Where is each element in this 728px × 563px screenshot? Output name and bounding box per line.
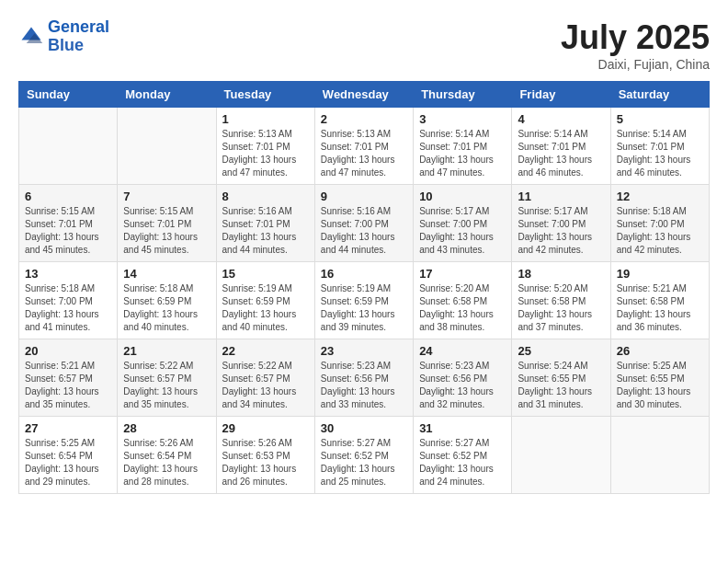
calendar-day-cell: 5Sunrise: 5:14 AMSunset: 7:01 PMDaylight… — [610, 108, 709, 185]
day-number: 31 — [419, 421, 506, 435]
calendar-week-row: 6Sunrise: 5:15 AMSunset: 7:01 PMDaylight… — [19, 185, 710, 262]
day-info: Sunrise: 5:14 AMSunset: 7:01 PMDaylight:… — [419, 128, 506, 179]
calendar-day-cell: 9Sunrise: 5:16 AMSunset: 7:00 PMDaylight… — [314, 185, 413, 262]
day-info: Sunrise: 5:15 AMSunset: 7:01 PMDaylight:… — [25, 205, 111, 257]
day-number: 8 — [222, 190, 309, 203]
day-number: 2 — [321, 112, 407, 126]
day-number: 4 — [518, 112, 604, 126]
day-number: 25 — [518, 344, 604, 358]
calendar-day-cell: 22Sunrise: 5:22 AMSunset: 6:57 PMDayligh… — [216, 339, 314, 417]
day-info: Sunrise: 5:26 AMSunset: 6:53 PMDaylight:… — [222, 437, 309, 488]
day-info: Sunrise: 5:26 AMSunset: 6:54 PMDaylight:… — [123, 437, 210, 488]
day-number: 26 — [617, 344, 703, 358]
calendar-table: SundayMondayTuesdayWednesdayThursdayFrid… — [18, 81, 710, 494]
calendar-day-cell: 21Sunrise: 5:22 AMSunset: 6:57 PMDayligh… — [118, 339, 216, 417]
day-info: Sunrise: 5:21 AMSunset: 6:57 PMDaylight:… — [25, 360, 111, 411]
logo-text: General Blue — [48, 18, 109, 55]
day-info: Sunrise: 5:19 AMSunset: 6:59 PMDaylight:… — [222, 282, 309, 334]
day-info: Sunrise: 5:14 AMSunset: 7:01 PMDaylight:… — [518, 128, 604, 179]
calendar-day-cell — [512, 417, 610, 494]
calendar-week-row: 27Sunrise: 5:25 AMSunset: 6:54 PMDayligh… — [19, 417, 710, 494]
calendar-day-cell — [19, 108, 118, 185]
calendar-day-cell — [610, 417, 709, 494]
calendar-day-cell: 25Sunrise: 5:24 AMSunset: 6:55 PMDayligh… — [512, 339, 610, 417]
day-info: Sunrise: 5:22 AMSunset: 6:57 PMDaylight:… — [222, 360, 309, 411]
calendar-day-cell: 6Sunrise: 5:15 AMSunset: 7:01 PMDaylight… — [19, 185, 118, 262]
calendar-day-cell: 2Sunrise: 5:13 AMSunset: 7:01 PMDaylight… — [314, 108, 413, 185]
day-number: 1 — [222, 112, 309, 126]
calendar-week-row: 13Sunrise: 5:18 AMSunset: 7:00 PMDayligh… — [19, 262, 710, 339]
weekday-header: Sunday — [19, 82, 118, 108]
calendar-day-cell: 14Sunrise: 5:18 AMSunset: 6:59 PMDayligh… — [118, 262, 216, 339]
calendar-day-cell: 13Sunrise: 5:18 AMSunset: 7:00 PMDayligh… — [19, 262, 118, 339]
day-number: 11 — [518, 190, 604, 203]
calendar-day-cell: 17Sunrise: 5:20 AMSunset: 6:58 PMDayligh… — [414, 262, 512, 339]
logo-icon — [18, 24, 44, 50]
weekday-header: Saturday — [610, 82, 709, 108]
calendar-day-cell: 29Sunrise: 5:26 AMSunset: 6:53 PMDayligh… — [216, 417, 314, 494]
calendar-day-cell: 20Sunrise: 5:21 AMSunset: 6:57 PMDayligh… — [19, 339, 118, 417]
day-info: Sunrise: 5:13 AMSunset: 7:01 PMDaylight:… — [321, 128, 407, 179]
day-info: Sunrise: 5:27 AMSunset: 6:52 PMDaylight:… — [419, 437, 506, 488]
day-number: 5 — [617, 112, 703, 126]
day-number: 22 — [222, 344, 309, 358]
calendar-day-cell: 11Sunrise: 5:17 AMSunset: 7:00 PMDayligh… — [512, 185, 610, 262]
day-info: Sunrise: 5:20 AMSunset: 6:58 PMDaylight:… — [419, 282, 506, 334]
calendar-day-cell: 18Sunrise: 5:20 AMSunset: 6:58 PMDayligh… — [512, 262, 610, 339]
calendar-day-cell: 19Sunrise: 5:21 AMSunset: 6:58 PMDayligh… — [610, 262, 709, 339]
page-header: General Blue July 2025 Daixi, Fujian, Ch… — [18, 18, 710, 72]
day-number: 28 — [123, 421, 210, 435]
day-info: Sunrise: 5:25 AMSunset: 6:54 PMDaylight:… — [25, 437, 111, 488]
calendar-day-cell: 15Sunrise: 5:19 AMSunset: 6:59 PMDayligh… — [216, 262, 314, 339]
calendar-day-cell: 10Sunrise: 5:17 AMSunset: 7:00 PMDayligh… — [414, 185, 512, 262]
weekday-header-row: SundayMondayTuesdayWednesdayThursdayFrid… — [19, 82, 710, 108]
weekday-header: Monday — [118, 82, 216, 108]
calendar-day-cell: 30Sunrise: 5:27 AMSunset: 6:52 PMDayligh… — [314, 417, 413, 494]
day-number: 6 — [25, 190, 111, 203]
day-number: 7 — [123, 190, 210, 203]
day-number: 10 — [419, 190, 506, 203]
day-number: 12 — [617, 190, 703, 203]
day-info: Sunrise: 5:19 AMSunset: 6:59 PMDaylight:… — [321, 282, 407, 334]
calendar-week-row: 1Sunrise: 5:13 AMSunset: 7:01 PMDaylight… — [19, 108, 710, 185]
day-number: 14 — [123, 267, 210, 281]
day-info: Sunrise: 5:16 AMSunset: 7:01 PMDaylight:… — [222, 205, 309, 257]
month-title: July 2025 — [561, 18, 710, 57]
calendar-day-cell: 28Sunrise: 5:26 AMSunset: 6:54 PMDayligh… — [118, 417, 216, 494]
day-info: Sunrise: 5:23 AMSunset: 6:56 PMDaylight:… — [419, 360, 506, 411]
weekday-header: Thursday — [414, 82, 512, 108]
day-info: Sunrise: 5:18 AMSunset: 7:00 PMDaylight:… — [25, 282, 111, 334]
title-section: July 2025 Daixi, Fujian, China — [561, 18, 710, 72]
day-info: Sunrise: 5:17 AMSunset: 7:00 PMDaylight:… — [419, 205, 506, 257]
day-number: 17 — [419, 267, 506, 281]
calendar-day-cell: 3Sunrise: 5:14 AMSunset: 7:01 PMDaylight… — [414, 108, 512, 185]
day-info: Sunrise: 5:20 AMSunset: 6:58 PMDaylight:… — [518, 282, 604, 334]
calendar-day-cell — [118, 108, 216, 185]
day-number: 27 — [25, 421, 111, 435]
calendar-day-cell: 4Sunrise: 5:14 AMSunset: 7:01 PMDaylight… — [512, 108, 610, 185]
calendar-day-cell: 26Sunrise: 5:25 AMSunset: 6:55 PMDayligh… — [610, 339, 709, 417]
day-info: Sunrise: 5:27 AMSunset: 6:52 PMDaylight:… — [321, 437, 407, 488]
calendar-day-cell: 8Sunrise: 5:16 AMSunset: 7:01 PMDaylight… — [216, 185, 314, 262]
day-number: 18 — [518, 267, 604, 281]
calendar-day-cell: 31Sunrise: 5:27 AMSunset: 6:52 PMDayligh… — [414, 417, 512, 494]
day-info: Sunrise: 5:17 AMSunset: 7:00 PMDaylight:… — [518, 205, 604, 257]
day-number: 15 — [222, 267, 309, 281]
day-info: Sunrise: 5:21 AMSunset: 6:58 PMDaylight:… — [617, 282, 703, 334]
day-number: 30 — [321, 421, 407, 435]
day-info: Sunrise: 5:24 AMSunset: 6:55 PMDaylight:… — [518, 360, 604, 411]
day-number: 3 — [419, 112, 506, 126]
day-number: 24 — [419, 344, 506, 358]
calendar-day-cell: 7Sunrise: 5:15 AMSunset: 7:01 PMDaylight… — [118, 185, 216, 262]
logo: General Blue — [18, 18, 109, 55]
calendar-day-cell: 16Sunrise: 5:19 AMSunset: 6:59 PMDayligh… — [314, 262, 413, 339]
day-number: 9 — [321, 190, 407, 203]
weekday-header: Friday — [512, 82, 610, 108]
weekday-header: Wednesday — [314, 82, 413, 108]
day-info: Sunrise: 5:15 AMSunset: 7:01 PMDaylight:… — [123, 205, 210, 257]
day-number: 21 — [123, 344, 210, 358]
day-number: 16 — [321, 267, 407, 281]
calendar-day-cell: 12Sunrise: 5:18 AMSunset: 7:00 PMDayligh… — [610, 185, 709, 262]
day-number: 23 — [321, 344, 407, 358]
day-number: 29 — [222, 421, 309, 435]
